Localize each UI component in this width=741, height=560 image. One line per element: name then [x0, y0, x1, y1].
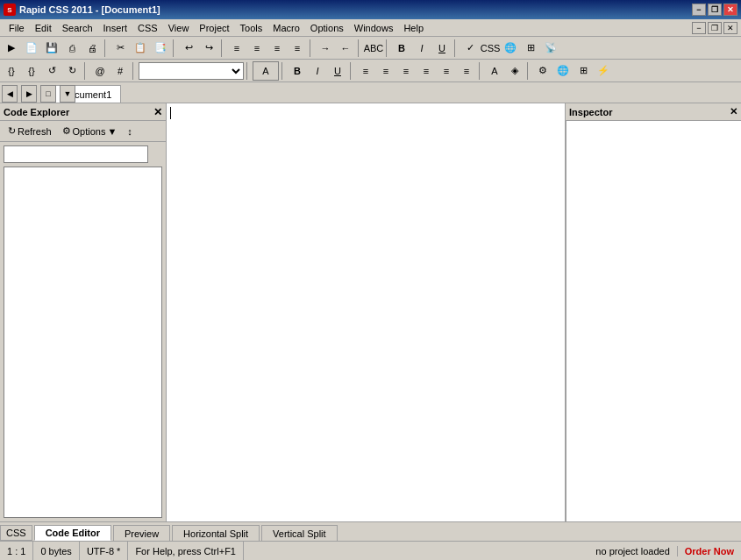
tb-print-button[interactable]: 🖨 — [82, 39, 102, 58]
code-explorer-title: Code Explorer — [4, 107, 69, 117]
tb2-globe-button[interactable]: 🌐 — [553, 61, 573, 81]
tb-sep-6 — [386, 39, 389, 57]
win-minimize-button[interactable]: − — [692, 22, 706, 34]
menu-project[interactable]: Project — [194, 21, 234, 35]
menu-windows[interactable]: Windows — [349, 21, 399, 35]
tb-indent-button[interactable]: → — [316, 39, 335, 58]
tb-underline-button[interactable]: U — [432, 39, 452, 58]
tb-save-button[interactable]: 💾 — [42, 39, 61, 58]
tab-dropdown-button[interactable]: ▼ — [60, 85, 75, 103]
tb-spellcheck-button[interactable]: ABC — [364, 39, 383, 58]
refresh-icon: ↻ — [8, 125, 16, 137]
tb-validate-button[interactable]: ✓ — [460, 39, 480, 58]
tb-css-button[interactable]: CSS — [481, 39, 500, 58]
vertical-split-tab[interactable]: Vertical Split — [261, 525, 338, 541]
editor-content[interactable] — [167, 103, 565, 521]
tb2-props-button[interactable]: {} — [22, 61, 41, 81]
tb-italic-button[interactable]: I — [412, 39, 431, 58]
tb-ftp-button[interactable]: 📡 — [541, 39, 560, 58]
ce-options-button[interactable]: ⚙ Options ▼ — [58, 123, 122, 140]
tab-bar: ◀ ▶ □ ▼ Document1 — [0, 82, 741, 103]
tb2-refresh-button[interactable]: ↻ — [62, 61, 82, 81]
menu-view[interactable]: View — [163, 21, 195, 35]
menu-edit[interactable]: Edit — [30, 21, 57, 35]
horizontal-split-tab[interactable]: Horizontal Split — [172, 525, 260, 541]
code-editor-tab[interactable]: Code Editor — [34, 525, 111, 541]
tb2-color2-button[interactable]: ◈ — [505, 61, 524, 81]
menu-insert[interactable]: Insert — [98, 21, 133, 35]
tb2-sep-1 — [84, 62, 88, 80]
main-area: Code Explorer ✕ ↻ Refresh ⚙ Options ▼ ↕ … — [0, 103, 741, 521]
tb2-extra-button[interactable]: ⚙ — [533, 61, 552, 81]
font-size-button[interactable]: A — [253, 61, 279, 81]
tb-browser-button[interactable]: ⊞ — [521, 39, 540, 58]
tb2-bold2-button[interactable]: B — [288, 61, 307, 81]
ce-sort-button[interactable]: ↕ — [123, 123, 137, 140]
menu-css[interactable]: CSS — [132, 21, 163, 35]
tb-align-right-button[interactable]: ≡ — [267, 39, 287, 58]
code-explorer-close-button[interactable]: ✕ — [153, 106, 162, 118]
title-bar: S Rapid CSS 2011 - [Document1] − ❐ ✕ — [0, 0, 741, 19]
tb2-alignc2-button[interactable]: ≡ — [376, 61, 395, 81]
tb-paste-button[interactable]: 📑 — [151, 39, 170, 58]
tb-align-justify-button[interactable]: ≡ — [288, 39, 307, 58]
menu-options[interactable]: Options — [305, 21, 349, 35]
editor-area[interactable] — [167, 103, 566, 521]
tab-list-button[interactable]: □ — [40, 85, 56, 103]
tb-preview-button[interactable]: 🌐 — [501, 39, 520, 58]
tb2-numlist-button[interactable]: ≡ — [457, 61, 476, 81]
tb-bold-button[interactable]: B — [392, 39, 411, 58]
title-close-button[interactable]: ✕ — [723, 4, 737, 16]
ce-refresh-button[interactable]: ↻ Refresh — [4, 123, 56, 140]
inspector-title: Inspector — [569, 107, 613, 117]
preview-tab[interactable]: Preview — [113, 525, 170, 541]
app-title: Rapid CSS 2011 - [Document1] — [19, 4, 160, 15]
win-restore-button[interactable]: ❐ — [708, 22, 722, 34]
tb2-alignl2-button[interactable]: ≡ — [356, 61, 375, 81]
win-close-button[interactable]: ✕ — [723, 22, 737, 34]
tb-outdent-button[interactable]: ← — [336, 39, 355, 58]
menu-tools[interactable]: Tools — [235, 21, 268, 35]
tb2-sep-7 — [527, 62, 531, 80]
tb2-italic2-button[interactable]: I — [308, 61, 327, 81]
menu-search[interactable]: Search — [57, 21, 98, 35]
menu-macro[interactable]: Macro — [267, 21, 305, 35]
tb-saveall-button[interactable]: ⎙ — [62, 39, 82, 58]
tb-undo-button[interactable]: ↩ — [179, 39, 198, 58]
title-bar-left: S Rapid CSS 2011 - [Document1] — [4, 4, 160, 16]
tb2-alignj2-button[interactable]: ≡ — [417, 61, 436, 81]
tb2-flash-button[interactable]: ⚡ — [594, 61, 613, 81]
ce-refresh-label: Refresh — [18, 126, 52, 137]
menu-help[interactable]: Help — [398, 21, 429, 35]
tb-sep-1 — [104, 39, 108, 57]
tb-copy-button[interactable]: 📋 — [131, 39, 150, 58]
tb2-underline2-button[interactable]: U — [328, 61, 347, 81]
tb2-rotate-button[interactable]: ↺ — [42, 61, 61, 81]
font-dropdown[interactable] — [139, 62, 244, 80]
tb2-color-button[interactable]: A — [485, 61, 504, 81]
tb-align-left-button[interactable]: ≡ — [227, 39, 246, 58]
inspector-close-button[interactable]: ✕ — [730, 106, 737, 117]
tb2-hash-button[interactable]: # — [110, 61, 130, 81]
tb2-list-button[interactable]: ≡ — [437, 61, 456, 81]
tb2-table-button[interactable]: ⊞ — [574, 61, 593, 81]
toolbar-1: ▶ 📄 💾 ⎙ 🖨 ✂ 📋 📑 ↩ ↪ ≡ ≡ ≡ ≡ → ← ABC B I … — [0, 37, 741, 60]
tb2-at-button[interactable]: @ — [90, 61, 110, 81]
menu-file[interactable]: File — [4, 21, 30, 35]
tb-new-button[interactable]: ▶ — [2, 39, 21, 58]
title-minimize-button[interactable]: − — [692, 4, 706, 16]
tb-redo-button[interactable]: ↪ — [199, 39, 218, 58]
tb-newfile-button[interactable]: 📄 — [22, 39, 41, 58]
tb-align-center-button[interactable]: ≡ — [247, 39, 267, 58]
tb-sep-4 — [310, 39, 313, 57]
code-explorer-content — [4, 167, 162, 518]
code-explorer-search[interactable] — [4, 145, 148, 163]
code-explorer-header: Code Explorer ✕ — [0, 103, 166, 121]
tab-prev-button[interactable]: ◀ — [2, 85, 18, 103]
tab-next-button[interactable]: ▶ — [21, 85, 37, 103]
tb2-tag-button[interactable]: {} — [2, 61, 21, 81]
title-restore-button[interactable]: ❐ — [708, 4, 722, 16]
tb-cut-button[interactable]: ✂ — [110, 39, 130, 58]
tb2-alignr2-button[interactable]: ≡ — [396, 61, 416, 81]
order-now-button[interactable]: Order Now — [678, 546, 741, 556]
